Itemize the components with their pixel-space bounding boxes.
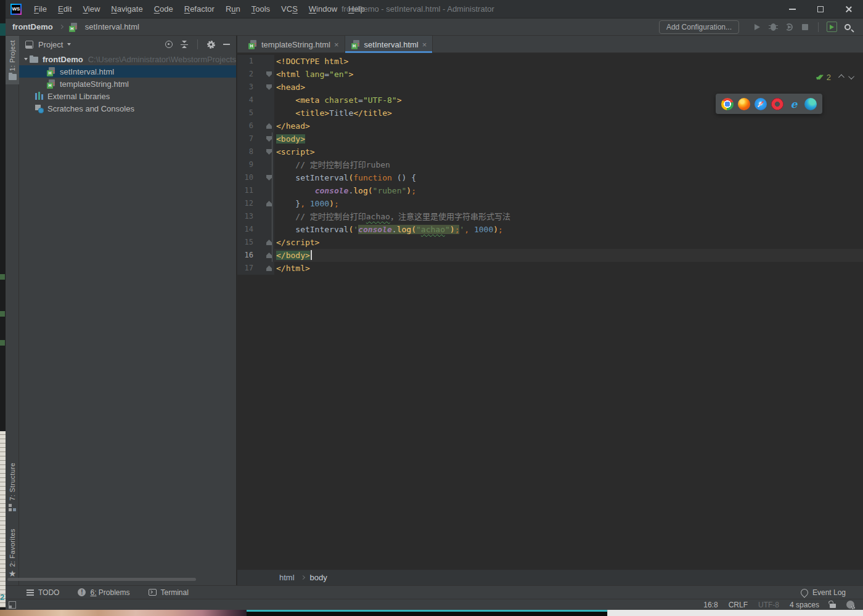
menu-item[interactable]: File [28, 0, 52, 18]
code-line[interactable]: 1<!DOCTYPE html> [237, 55, 863, 68]
fold-marker-icon[interactable] [266, 149, 272, 155]
code-line[interactable]: 11 console.log("ruben"); [237, 184, 863, 197]
ie-icon[interactable] [788, 98, 800, 110]
editor-tab[interactable]: setInterval.html × [345, 36, 433, 53]
add-configuration-button[interactable]: Add Configuration... [659, 20, 739, 34]
fold-marker-icon[interactable] [266, 253, 272, 258]
gutter-fold-column[interactable] [253, 81, 274, 94]
search-everywhere-button[interactable] [840, 19, 856, 35]
gutter-fold-column[interactable] [253, 94, 274, 107]
code-line[interactable]: 17</html> [237, 262, 863, 275]
fold-marker-icon[interactable] [266, 265, 272, 271]
settings-gear-button[interactable] [207, 41, 215, 49]
coverage-button[interactable] [781, 19, 797, 35]
tree-row[interactable]: frontDemo C:\Users\Administrator\Webstor… [19, 53, 236, 65]
menu-item[interactable]: Window [303, 0, 343, 18]
tab-close-icon[interactable]: × [422, 41, 427, 49]
tool-stripe-favorites-button[interactable]: 2: Favorites ★ [6, 524, 19, 582]
fold-marker-icon[interactable] [266, 123, 272, 129]
gutter-fold-column[interactable] [253, 236, 274, 249]
code-line[interactable]: 9 // 定时控制台打印ruben [237, 158, 863, 171]
firefox-icon[interactable] [738, 98, 750, 110]
tree-row[interactable]: setInterval.html [19, 65, 236, 78]
menu-item[interactable]: Run [220, 0, 246, 18]
code-line[interactable]: 3<head> [237, 81, 863, 94]
code-line[interactable]: 14 setInterval('console.log("achao");', … [237, 223, 863, 236]
menu-item[interactable]: Refactor [179, 0, 220, 18]
code-line[interactable]: 15</script> [237, 236, 863, 249]
tab-close-icon[interactable]: × [334, 41, 339, 49]
code-line[interactable]: 8<script> [237, 145, 863, 158]
code-line[interactable]: 10 setInterval(function () { [237, 171, 863, 184]
horizontal-scrollbar[interactable] [7, 578, 196, 581]
previous-problem-button[interactable] [838, 75, 845, 81]
gutter-fold-column[interactable] [253, 197, 274, 210]
fold-marker-icon[interactable] [266, 240, 272, 245]
gutter-fold-column[interactable] [253, 184, 274, 197]
stop-button[interactable] [797, 19, 813, 35]
tool-window-button[interactable]: TODO [27, 588, 59, 597]
chrome-icon[interactable] [721, 98, 734, 110]
menu-item[interactable]: VCS [276, 0, 303, 18]
gutter-fold-column[interactable] [253, 223, 274, 236]
menu-item[interactable]: Code [149, 0, 179, 18]
file-encoding[interactable]: UTF-8 [758, 601, 779, 609]
event-log-button[interactable]: Event Log [801, 588, 863, 597]
code-line[interactable]: 12 }, 1000); [237, 197, 863, 210]
tree-row[interactable]: External Libraries [19, 90, 236, 102]
gutter-fold-column[interactable] [253, 171, 274, 184]
run-button[interactable] [749, 19, 765, 35]
gutter-fold-column[interactable] [253, 132, 274, 145]
fold-marker-icon[interactable] [266, 201, 272, 206]
fold-marker-icon[interactable] [266, 71, 272, 77]
tool-window-button[interactable]: ! 6: Problems [78, 588, 129, 597]
locate-file-button[interactable] [165, 41, 173, 48]
run-anything-button[interactable] [824, 19, 840, 35]
fold-marker-icon[interactable] [266, 175, 272, 180]
tool-stripe-project-button[interactable]: 1: Project [6, 36, 19, 84]
gutter-fold-column[interactable] [253, 145, 274, 158]
code-line[interactable]: 6</head> [237, 120, 863, 132]
gutter-fold-column[interactable] [253, 68, 274, 81]
code-editor[interactable]: 1<!DOCTYPE html>2<html lang="en">3<head>… [237, 53, 863, 570]
code-line[interactable]: 13 // 定时控制台打印achao，注意这里是使用字符串形式写法 [237, 210, 863, 223]
menu-item[interactable]: View [77, 0, 105, 18]
collapse-all-button[interactable] [181, 41, 188, 48]
menu-item[interactable]: Edit [52, 0, 77, 18]
caret-position[interactable]: 16:8 [703, 601, 718, 609]
tree-row[interactable]: Scratches and Consoles [19, 102, 236, 115]
gutter-fold-column[interactable] [253, 55, 274, 68]
read-lock-icon[interactable] [830, 604, 836, 608]
gutter-fold-column[interactable] [253, 107, 274, 120]
menu-item[interactable]: Navigate [105, 0, 148, 18]
menu-item[interactable]: Tools [246, 0, 276, 18]
edge-icon[interactable] [804, 98, 817, 110]
breadcrumb-project[interactable]: frontDemo [12, 22, 53, 31]
tool-stripe-structure-button[interactable]: 7: Structure [6, 458, 19, 516]
project-view-selector[interactable]: Project [38, 40, 63, 49]
hide-panel-button[interactable] [223, 44, 230, 45]
expand-chevron-icon[interactable] [24, 58, 29, 60]
editor-tab[interactable]: templateString.html × [242, 36, 345, 53]
opera-icon[interactable] [771, 98, 783, 110]
tool-window-button[interactable]: Terminal [149, 588, 189, 597]
code-line[interactable]: 2<html lang="en"> [237, 68, 863, 81]
gutter-fold-column[interactable] [253, 210, 274, 223]
next-problem-button[interactable] [848, 73, 854, 79]
window-layout-toggle[interactable] [9, 601, 16, 609]
breadcrumb-html[interactable]: html [279, 573, 295, 582]
close-button[interactable] [835, 0, 863, 18]
gutter-fold-column[interactable] [253, 120, 274, 132]
indent-setting[interactable]: 4 spaces [790, 601, 819, 609]
fold-marker-icon[interactable] [266, 136, 272, 142]
gutter-fold-column[interactable] [253, 262, 274, 275]
code-line[interactable]: 7<body> [237, 132, 863, 145]
line-separator[interactable]: CRLF [729, 601, 748, 609]
debug-button[interactable] [765, 19, 781, 35]
breadcrumb-body[interactable]: body [310, 573, 327, 582]
maximize-button[interactable] [806, 0, 835, 18]
safari-icon[interactable] [755, 98, 767, 110]
gutter-fold-column[interactable] [253, 158, 274, 171]
code-line[interactable]: 16</body> [237, 249, 863, 262]
fold-marker-icon[interactable] [266, 84, 272, 90]
